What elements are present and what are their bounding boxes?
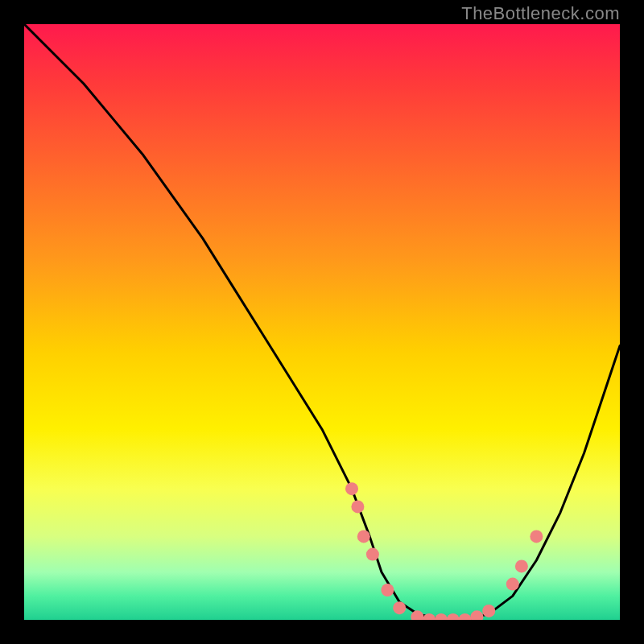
plot-area	[24, 24, 620, 620]
marker-point	[447, 613, 460, 620]
bottleneck-curve	[24, 24, 620, 620]
marker-point	[459, 613, 472, 620]
marker-point	[435, 613, 448, 620]
marker-point	[482, 605, 495, 617]
marker-point	[515, 559, 528, 572]
marker-point	[345, 482, 358, 495]
marker-point	[530, 530, 543, 543]
marker-point	[470, 610, 483, 620]
highlight-points	[345, 482, 543, 620]
marker-point	[506, 578, 519, 591]
marker-point	[381, 584, 394, 597]
marker-point	[393, 601, 406, 614]
chart-frame: TheBottleneck.com	[0, 0, 644, 644]
marker-point	[423, 613, 436, 620]
watermark-text: TheBottleneck.com	[461, 3, 620, 24]
marker-point	[357, 530, 370, 543]
marker-point	[366, 548, 379, 561]
curve-layer	[24, 24, 620, 620]
marker-point	[351, 500, 364, 513]
